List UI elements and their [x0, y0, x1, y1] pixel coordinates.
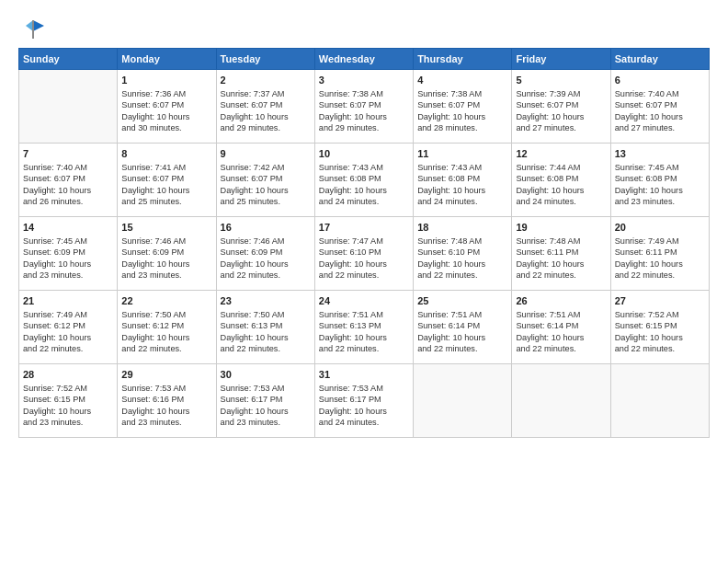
calendar-cell: 27Sunrise: 7:52 AM Sunset: 6:15 PM Dayli…	[610, 291, 709, 364]
calendar-cell: 14Sunrise: 7:45 AM Sunset: 6:09 PM Dayli…	[19, 217, 118, 291]
day-number: 5	[516, 74, 606, 87]
calendar-cell: 17Sunrise: 7:47 AM Sunset: 6:10 PM Dayli…	[314, 217, 413, 291]
calendar-cell: 11Sunrise: 7:43 AM Sunset: 6:08 PM Dayli…	[414, 144, 512, 217]
calendar-header: SundayMondayTuesdayWednesdayThursdayFrid…	[19, 49, 710, 70]
day-info: Sunrise: 7:41 AM Sunset: 6:07 PM Dayligh…	[121, 162, 211, 208]
day-number: 11	[417, 147, 507, 161]
day-info: Sunrise: 7:49 AM Sunset: 6:12 PM Dayligh…	[23, 309, 113, 355]
day-info: Sunrise: 7:46 AM Sunset: 6:09 PM Dayligh…	[121, 236, 211, 282]
day-number: 19	[516, 221, 606, 235]
day-info: Sunrise: 7:39 AM Sunset: 6:07 PM Dayligh…	[516, 88, 606, 134]
day-info: Sunrise: 7:40 AM Sunset: 6:07 PM Dayligh…	[615, 88, 705, 134]
day-number: 2	[221, 74, 311, 87]
day-info: Sunrise: 7:43 AM Sunset: 6:08 PM Dayligh…	[319, 162, 409, 208]
calendar-cell: 30Sunrise: 7:53 AM Sunset: 6:17 PM Dayli…	[216, 364, 314, 438]
day-info: Sunrise: 7:49 AM Sunset: 6:11 PM Dayligh…	[615, 236, 705, 282]
calendar-cell: 6Sunrise: 7:40 AM Sunset: 6:07 PM Daylig…	[610, 70, 709, 144]
day-info: Sunrise: 7:37 AM Sunset: 6:07 PM Dayligh…	[221, 88, 311, 134]
day-info: Sunrise: 7:45 AM Sunset: 6:09 PM Dayligh…	[23, 236, 113, 282]
day-number: 24	[319, 294, 409, 308]
calendar-cell: 9Sunrise: 7:42 AM Sunset: 6:07 PM Daylig…	[216, 144, 314, 217]
calendar-cell: 10Sunrise: 7:43 AM Sunset: 6:08 PM Dayli…	[314, 144, 413, 217]
day-info: Sunrise: 7:36 AM Sunset: 6:07 PM Dayligh…	[121, 88, 211, 134]
day-number: 7	[23, 147, 113, 161]
day-info: Sunrise: 7:43 AM Sunset: 6:08 PM Dayligh…	[417, 162, 507, 208]
calendar-cell: 31Sunrise: 7:53 AM Sunset: 6:17 PM Dayli…	[314, 364, 413, 438]
day-number: 9	[221, 147, 311, 161]
logo	[18, 17, 46, 39]
calendar-cell: 18Sunrise: 7:48 AM Sunset: 6:10 PM Dayli…	[414, 217, 512, 291]
day-info: Sunrise: 7:44 AM Sunset: 6:08 PM Dayligh…	[516, 162, 606, 208]
day-info: Sunrise: 7:50 AM Sunset: 6:13 PM Dayligh…	[221, 309, 311, 355]
calendar-cell: 13Sunrise: 7:45 AM Sunset: 6:08 PM Dayli…	[610, 144, 709, 217]
day-number: 1	[121, 74, 211, 87]
day-number: 26	[516, 294, 606, 308]
day-number: 12	[516, 147, 606, 161]
calendar-cell: 2Sunrise: 7:37 AM Sunset: 6:07 PM Daylig…	[216, 70, 314, 144]
calendar-cell: 25Sunrise: 7:51 AM Sunset: 6:14 PM Dayli…	[414, 291, 512, 364]
day-info: Sunrise: 7:38 AM Sunset: 6:07 PM Dayligh…	[417, 88, 507, 134]
calendar-cell: 21Sunrise: 7:49 AM Sunset: 6:12 PM Dayli…	[19, 291, 118, 364]
day-info: Sunrise: 7:52 AM Sunset: 6:15 PM Dayligh…	[23, 383, 113, 429]
day-number: 4	[417, 74, 507, 87]
day-number: 27	[615, 294, 705, 308]
day-info: Sunrise: 7:40 AM Sunset: 6:07 PM Dayligh…	[23, 162, 113, 208]
day-info: Sunrise: 7:48 AM Sunset: 6:11 PM Dayligh…	[516, 236, 606, 282]
weekday-header: Tuesday	[216, 49, 314, 70]
svg-marker-0	[33, 20, 44, 31]
calendar-cell: 20Sunrise: 7:49 AM Sunset: 6:11 PM Dayli…	[610, 217, 709, 291]
calendar-cell: 1Sunrise: 7:36 AM Sunset: 6:07 PM Daylig…	[118, 70, 216, 144]
day-number: 8	[121, 147, 211, 161]
day-number: 22	[121, 294, 211, 308]
day-number: 15	[121, 221, 211, 235]
weekday-header: Friday	[512, 49, 610, 70]
calendar-cell: 4Sunrise: 7:38 AM Sunset: 6:07 PM Daylig…	[414, 70, 512, 144]
calendar-cell: 26Sunrise: 7:51 AM Sunset: 6:14 PM Dayli…	[512, 291, 610, 364]
calendar-cell: 16Sunrise: 7:46 AM Sunset: 6:09 PM Dayli…	[216, 217, 314, 291]
weekday-header: Sunday	[19, 49, 118, 70]
day-info: Sunrise: 7:53 AM Sunset: 6:16 PM Dayligh…	[121, 383, 211, 429]
calendar-cell: 24Sunrise: 7:51 AM Sunset: 6:13 PM Dayli…	[314, 291, 413, 364]
calendar-week: 21Sunrise: 7:49 AM Sunset: 6:12 PM Dayli…	[19, 291, 710, 364]
page: SundayMondayTuesdayWednesdayThursdayFrid…	[0, 0, 728, 563]
weekday-header: Thursday	[414, 49, 512, 70]
day-info: Sunrise: 7:38 AM Sunset: 6:07 PM Dayligh…	[319, 88, 409, 134]
day-number: 21	[23, 294, 113, 308]
day-number: 20	[615, 221, 705, 235]
weekday-header: Saturday	[610, 49, 709, 70]
day-info: Sunrise: 7:51 AM Sunset: 6:14 PM Dayligh…	[417, 309, 507, 355]
svg-marker-1	[26, 20, 33, 31]
header	[18, 17, 710, 39]
day-number: 13	[615, 147, 705, 161]
day-info: Sunrise: 7:53 AM Sunset: 6:17 PM Dayligh…	[221, 383, 311, 429]
day-number: 31	[319, 368, 409, 382]
day-number: 17	[319, 221, 409, 235]
calendar-cell: 7Sunrise: 7:40 AM Sunset: 6:07 PM Daylig…	[19, 144, 118, 217]
calendar-cell: 12Sunrise: 7:44 AM Sunset: 6:08 PM Dayli…	[512, 144, 610, 217]
day-info: Sunrise: 7:53 AM Sunset: 6:17 PM Dayligh…	[319, 383, 409, 429]
day-number: 28	[23, 368, 113, 382]
svg-rect-2	[32, 20, 34, 39]
logo-icon	[20, 17, 46, 42]
calendar-cell: 22Sunrise: 7:50 AM Sunset: 6:12 PM Dayli…	[118, 291, 216, 364]
calendar-week: 14Sunrise: 7:45 AM Sunset: 6:09 PM Dayli…	[19, 217, 710, 291]
calendar-cell: 19Sunrise: 7:48 AM Sunset: 6:11 PM Dayli…	[512, 217, 610, 291]
day-number: 3	[319, 74, 409, 87]
calendar-cell: 3Sunrise: 7:38 AM Sunset: 6:07 PM Daylig…	[314, 70, 413, 144]
calendar-cell: 8Sunrise: 7:41 AM Sunset: 6:07 PM Daylig…	[118, 144, 216, 217]
calendar-cell: 29Sunrise: 7:53 AM Sunset: 6:16 PM Dayli…	[118, 364, 216, 438]
day-number: 14	[23, 221, 113, 235]
calendar-cell: 28Sunrise: 7:52 AM Sunset: 6:15 PM Dayli…	[19, 364, 118, 438]
calendar-cell	[414, 364, 512, 438]
day-number: 30	[221, 368, 311, 382]
day-info: Sunrise: 7:48 AM Sunset: 6:10 PM Dayligh…	[417, 236, 507, 282]
day-number: 29	[121, 368, 211, 382]
calendar-cell: 23Sunrise: 7:50 AM Sunset: 6:13 PM Dayli…	[216, 291, 314, 364]
day-info: Sunrise: 7:42 AM Sunset: 6:07 PM Dayligh…	[221, 162, 311, 208]
calendar-table: SundayMondayTuesdayWednesdayThursdayFrid…	[18, 48, 710, 438]
calendar-week: 28Sunrise: 7:52 AM Sunset: 6:15 PM Dayli…	[19, 364, 710, 438]
day-number: 6	[615, 74, 705, 87]
calendar-cell	[610, 364, 709, 438]
weekday-header: Monday	[118, 49, 216, 70]
day-info: Sunrise: 7:51 AM Sunset: 6:13 PM Dayligh…	[319, 309, 409, 355]
